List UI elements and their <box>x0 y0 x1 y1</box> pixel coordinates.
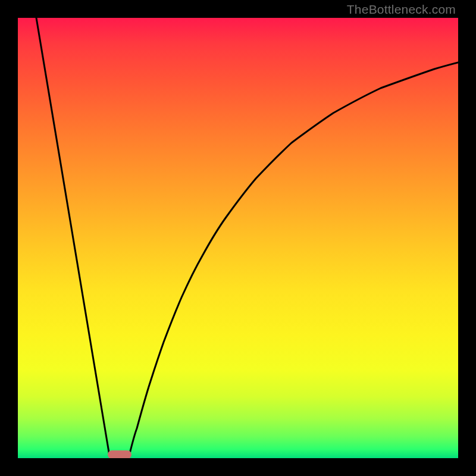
watermark-text: TheBottleneck.com <box>347 2 456 17</box>
chart-frame: TheBottleneck.com <box>0 0 476 476</box>
plot-area <box>18 18 458 458</box>
curve-right-branch <box>129 62 458 456</box>
bottleneck-curve <box>18 18 458 458</box>
curve-left-branch <box>36 18 109 456</box>
minimum-marker <box>108 450 131 458</box>
